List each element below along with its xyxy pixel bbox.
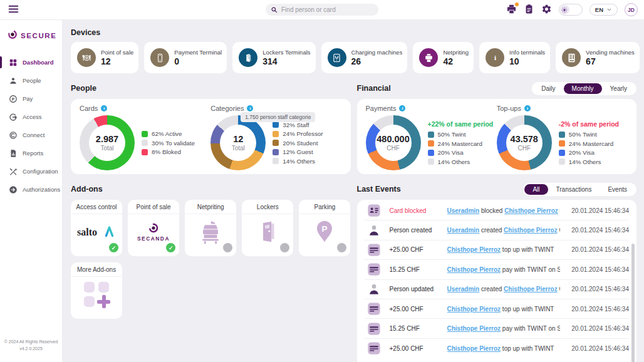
person-link[interactable]: Chisthope Pierroz: [447, 325, 501, 332]
dashboard-icon: [9, 58, 18, 67]
info-icon[interactable]: i: [247, 105, 253, 111]
legend-label: 50% Twint: [438, 131, 466, 138]
person-link[interactable]: Chisthope Pierroz: [447, 306, 501, 313]
person-link[interactable]: Chisthope Pierroz: [504, 286, 558, 292]
addon-card[interactable]: Point of sale SECANDA: [128, 200, 179, 256]
print-button[interactable]: [506, 4, 517, 16]
theme-knob: [560, 5, 569, 14]
sidebar-item[interactable]: Authorizations: [0, 180, 62, 199]
events-filter-tab[interactable]: All: [524, 184, 548, 195]
device-card[interactable]: i Info terminals 10: [479, 42, 550, 73]
person-link[interactable]: Useradmin: [447, 286, 480, 292]
person-link[interactable]: Chisthope Pierroz: [447, 345, 501, 352]
info-icon[interactable]: i: [101, 105, 107, 111]
person-link[interactable]: Chisthope Pierroz: [504, 207, 558, 214]
avatar[interactable]: JD: [625, 3, 638, 16]
device-card[interactable]: Netpriting 42: [413, 42, 474, 73]
legend-item: 62% Active: [142, 130, 195, 137]
language-select[interactable]: EN: [589, 4, 618, 16]
device-card[interactable]: Payment Terminal 0: [144, 42, 227, 73]
financial-section-title: Financial: [357, 84, 391, 93]
person-icon: [367, 224, 381, 237]
search-bar[interactable]: [266, 4, 378, 16]
legend-swatch: [142, 149, 148, 155]
device-card[interactable]: Point of sale 12: [71, 42, 138, 73]
sidebar-item[interactable]: P Pay: [0, 90, 62, 108]
legend-item: 14% Others: [273, 158, 323, 165]
addon-title: Point of sale: [128, 200, 179, 214]
legend-label: 14% Others: [569, 158, 601, 165]
device-label: Info terminals: [509, 49, 545, 56]
event-timestamp: 20.01.2024 15:46:34: [560, 227, 629, 234]
legend-label: 32% Staff: [283, 122, 309, 128]
event-timestamp: 20.01.2024 15:46:34: [560, 345, 629, 352]
menu-icon: [8, 3, 19, 17]
theme-toggle[interactable]: [559, 4, 583, 16]
person-link[interactable]: Chisthope Pierroz: [447, 246, 501, 253]
financial-period-tab[interactable]: Daily: [533, 83, 563, 94]
topups-total-value: 43.578: [511, 134, 538, 144]
person-link[interactable]: Useradmin: [447, 207, 480, 214]
search-input[interactable]: [281, 6, 373, 13]
addon-card[interactable]: Netpriting: [185, 200, 236, 256]
categories-chart-title: Categories: [210, 105, 244, 112]
legend-label: 8% Bloked: [152, 148, 181, 155]
sidebar-item[interactable]: People: [0, 71, 62, 90]
event-row: +25.00 CHF Chisthope Pierroz top up with…: [365, 240, 630, 260]
sidebar-item[interactable]: Reports: [0, 144, 62, 162]
sidebar-item[interactable]: Connect: [0, 126, 62, 144]
svg-text:P: P: [12, 96, 15, 101]
events-filter-tab[interactable]: Events: [600, 184, 635, 195]
legend-label: 20% Student: [283, 140, 318, 147]
info-icon[interactable]: i: [399, 105, 405, 111]
brand-mark-icon: [8, 29, 18, 42]
payments-currency-label: CHF: [387, 145, 400, 152]
device-count: 26: [351, 56, 403, 66]
credit-card-icon: [367, 302, 381, 316]
legend-label: 50% Twint: [569, 131, 597, 138]
person-link[interactable]: Chisthope Pierroz: [504, 227, 558, 234]
categories-chart-group: Categories i 1.750 person staff categori…: [210, 104, 341, 170]
topups-chart-title: Top-ups: [497, 105, 521, 112]
financial-period-tab[interactable]: Monthly: [564, 83, 602, 94]
menu-button[interactable]: [8, 3, 19, 17]
cards-total-label: Total: [100, 145, 113, 152]
legend-swatch: [273, 140, 279, 146]
device-card[interactable]: Lockers Terminals 314: [232, 42, 315, 73]
svg-text:i: i: [494, 54, 496, 61]
info-icon[interactable]: i: [524, 105, 531, 111]
legend-item: 24% Mastercard: [428, 140, 494, 147]
payment-terminal-icon: [150, 48, 169, 67]
legend-swatch: [273, 149, 279, 155]
addon-card[interactable]: Parking P: [299, 200, 350, 256]
financial-period-tabs: Daily Monthly Yearly: [532, 82, 636, 95]
event-row: +25.00 CHF Chisthope Pierroz top up with…: [365, 339, 630, 358]
tasks-button[interactable]: [524, 4, 534, 16]
legend-item: 20% Visa: [559, 149, 619, 156]
legend-swatch: [273, 122, 279, 128]
device-card[interactable]: Charging machines 26: [321, 42, 408, 73]
device-card[interactable]: Vending machines 67: [556, 42, 640, 73]
person-link[interactable]: Useradmin: [447, 227, 480, 234]
legend-label: 14% Others: [438, 158, 470, 165]
more-addons-card[interactable]: More Add-ons: [71, 262, 122, 319]
event-timestamp: 20.01.2024 15:46:34: [560, 246, 629, 253]
event-label: +25.00 CHF: [390, 306, 447, 313]
person-link[interactable]: Chisthope Pierroz: [447, 266, 501, 273]
legend-swatch: [559, 140, 565, 147]
addon-card[interactable]: Lockers: [242, 200, 293, 256]
sidebar-item-label: Dashboard: [23, 59, 54, 66]
addon-card[interactable]: Access control salto: [71, 200, 122, 256]
sidebar-item[interactable]: Dashboard: [0, 53, 62, 71]
legend-item: 50% Twint: [559, 131, 619, 138]
events-filter-tab[interactable]: Transactions: [548, 184, 600, 195]
events-scrollbar-thumb[interactable]: [631, 244, 635, 362]
settings-button[interactable]: [541, 4, 552, 16]
more-addons-icon: [84, 282, 109, 307]
financial-period-tab[interactable]: Yearly: [602, 83, 635, 94]
sidebar-item[interactable]: Configuration: [0, 162, 62, 180]
event-description: Chisthope Pierroz pay with TWINT on SECA…: [447, 266, 561, 273]
payments-legend: 50% Twint 24% Mastercard 20%: [428, 131, 494, 165]
sidebar-item[interactable]: Access: [0, 108, 62, 126]
legend-label: 30% To validate: [152, 140, 195, 147]
